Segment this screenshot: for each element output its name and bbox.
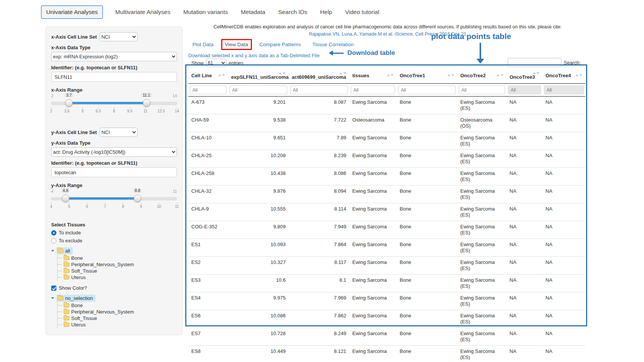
tree-node-peripheral-nervous-system[interactable]: Peripheral_Nervous_System [58,261,177,268]
cell-oncotree4: NA [542,203,585,221]
nav-tab-search-ids[interactable]: Search IDs [277,6,308,19]
tree-node-label: Bone [71,303,83,308]
y-data-type-label: y-Axis Data Type [51,140,177,146]
cell-act609699-unisarcoma: 8.249 [289,328,349,346]
tab-view-data[interactable]: View Data [225,42,248,47]
show-color-checkbox[interactable]: Show Color? [51,285,177,291]
table-row[interactable]: CHA-599.5387.722OsteosarcomaBoneOsteosar… [188,114,585,132]
x-identifier-input[interactable] [51,72,177,82]
cell-oncotree1: Bone [397,257,457,275]
table-body: A-6739.2018.087Ewing SarcomaBoneEwing Sa… [188,97,585,362]
column-header-expslfn11-unisarcoma[interactable]: expSLFN11_uniSarcoma [228,67,289,84]
x-data-type-select[interactable]: exp: mRNA Expression (log2) [51,52,177,61]
tree-node-label: Soft_Tissue [71,315,97,321]
tree-node-uterus[interactable]: Uterus [58,321,177,328]
cell-cell-line: ES1 [188,239,228,257]
table-filter-row [188,84,585,97]
table-row[interactable]: ES810.4498.121Ewing SarcomaBoneEwing Sar… [188,346,585,362]
tree-node-label: Peripheral_Nervous_System [71,309,134,315]
column-header-oncotree1[interactable]: OncoTree1 [397,67,457,84]
column-filter-expslfn11-unisarcoma[interactable] [230,86,287,94]
column-header-cell-line[interactable]: Cell Line [188,67,228,84]
nav-tab-multivariate-analyses[interactable]: Multivariate Analyses [114,6,171,19]
table-row[interactable]: ES49.9757.969Ewing SarcomaBoneEwing Sarc… [188,292,585,310]
tab-plot-data[interactable]: Plot Data [192,42,214,47]
left-arrow-line [333,53,344,54]
table-row[interactable]: CHLA-25810.4388.086Ewing SarcomaBoneEwin… [188,168,585,186]
column-header-oncotree3[interactable]: OncoTree3 [506,67,542,84]
nav-tab-mutation-variants[interactable]: Mutation variants [183,6,229,19]
cell-oncotree4: NA [542,275,585,292]
cell-oncotree2: Ewing Sarcoma (ES) [457,132,506,150]
x-cell-line-set-select[interactable]: NCI [100,32,138,41]
cell-oncotree1: Bone [397,114,457,132]
left-arrow-head-icon [329,50,333,56]
sort-icon [218,74,225,76]
y-cell-line-set-select[interactable]: NCI [100,128,138,137]
y-identifier-input[interactable] [51,167,177,177]
table-row[interactable]: ES310.68.1Ewing SarcomaBoneEwing Sarcoma… [188,275,585,292]
tab-tissue-correlation[interactable]: Tissue Correlation [312,42,353,47]
tree-node-bone[interactable]: Bone [58,302,177,309]
column-filter-act609699-unisarcoma[interactable] [290,86,348,94]
nav-tab-help[interactable]: Help [319,6,333,19]
column-header-label: expSLFN11_uniSarcoma [231,74,289,80]
cell-oncotree2: Ewing Sarcoma (ES) [457,203,506,221]
tree-node-label: Uterus [71,322,86,328]
table-row[interactable]: ES710.7288.249Ewing SarcomaBoneEwing Sar… [188,328,585,346]
download-link[interactable]: Download selected x and y axis data as a… [188,53,320,58]
slider-handle-high[interactable] [143,99,150,107]
column-filter-cell-line[interactable] [190,86,227,94]
tree-node-uterus[interactable]: Uterus [58,274,177,281]
tree-node-peripheral-nervous-system[interactable]: Peripheral_Nervous_System [58,309,177,315]
search-input[interactable] [508,58,561,67]
nav-tab-video-tutorial[interactable]: Video tutorial [344,6,380,19]
table-row[interactable]: ES110.0937.864Ewing SarcomaBoneEwing Sar… [188,239,585,257]
cell-expslfn11-unisarcoma: 10.438 [228,168,289,186]
column-header-oncotree2[interactable]: OncoTree2 [457,67,506,84]
slider-tick: 11 [175,204,179,209]
tree-node-all[interactable]: all [51,247,177,254]
tissue-exclude-radio[interactable]: To exclude [51,238,177,243]
cell-cell-line: CHA-59 [188,114,228,132]
cell-oncotree4: NA [542,150,585,168]
tree-node-no-selection[interactable]: no_selection [51,295,177,302]
slider-min-label: 2 [51,94,53,98]
entries-select[interactable]: 61 [206,59,227,67]
cell-act609699-unisarcoma: 8.239 [289,150,349,168]
table-row[interactable]: ES210.3278.117Ewing SarcomaBoneEwing Sar… [188,257,585,275]
x-range-label: x-Axis Range [51,87,177,93]
tree-node-soft-tissue[interactable]: Soft_Tissue [58,268,177,274]
column-header-act609699-unisarcoma[interactable]: act609699_uniSarcoma [289,67,349,84]
table-row[interactable]: ES610.0867.862Ewing SarcomaBoneEwing Sar… [188,310,585,328]
tree-node-soft-tissue[interactable]: Soft_Tissue [58,315,177,321]
table-row[interactable]: CHLA-2510.2088.239Ewing SarcomaBoneEwing… [188,150,585,168]
table-row[interactable]: CHLA-329.8768.094Ewing SarcomaBoneEwing … [188,186,585,203]
sort-icon [387,74,394,76]
table-row[interactable]: COG-E-3529.8097.949Ewing SarcomaBoneEwin… [188,221,585,239]
citation-link[interactable]: Rajapakse.VN, Luna.A, Yamade.M et al. iS… [188,31,587,37]
tree-caret-icon[interactable] [51,250,54,252]
slider-handle-low[interactable] [62,195,69,202]
nav-tab-metadata[interactable]: Metadata [240,6,266,19]
tab-compare-patterns[interactable]: Compare Patterns [259,42,301,47]
y-data-type-select[interactable]: act: Drug Activity (-log10[IC50M]) [51,147,177,157]
column-header-tissues[interactable]: tissues [349,67,397,84]
slider-handle-low[interactable] [65,99,73,107]
cell-oncotree2: Ewing Sarcoma (ES) [457,257,506,275]
tree-node-bone[interactable]: Bone [58,255,177,261]
annotation-download-table: Download table [329,49,395,57]
table-row[interactable]: CHLA-109.6517.89Ewing SarcomaBoneEwing S… [188,132,585,150]
folder-icon [64,316,69,320]
column-filter-tissues[interactable] [351,86,395,94]
column-filter-oncotree2[interactable] [459,86,505,94]
tissue-include-radio[interactable]: To include [51,230,177,236]
table-row[interactable]: CHLA-910.5558.114Ewing SarcomaBoneEwing … [188,203,585,221]
column-header-oncotree4[interactable]: OncoTree4 [542,67,585,84]
tree-caret-icon[interactable] [51,297,54,299]
table-row[interactable]: A-6739.2018.087Ewing SarcomaBoneEwing Sa… [188,97,585,114]
tree-connector [58,325,62,325]
nav-tab-univariate-analyses[interactable]: Univariate Analyses [41,5,103,19]
column-filter-oncotree1[interactable] [398,86,456,94]
slider-handle-high[interactable] [134,195,141,202]
